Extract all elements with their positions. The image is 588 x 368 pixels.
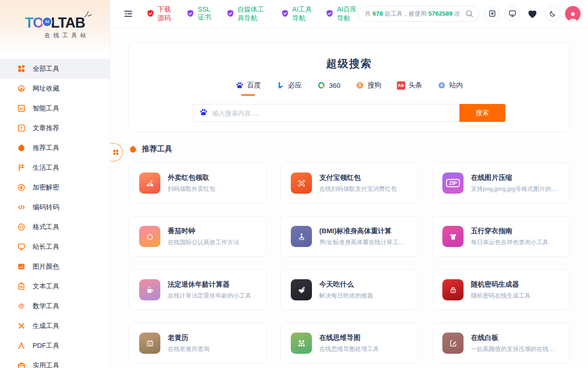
recommend-edge-tab[interactable]: [110, 143, 123, 161]
logo[interactable]: TO AI LTAB 在线工具站: [0, 0, 110, 54]
stats-pill[interactable]: 共 678 款工具，被使用 5762589 次: [358, 6, 480, 22]
sidebar-item[interactable]: 文本工具: [0, 276, 110, 296]
sidebar-item[interactable]: T 文章推荐: [0, 118, 110, 138]
shield-check-icon: [325, 9, 334, 18]
top-nav-link[interactable]: SSL证书: [186, 6, 213, 22]
sidebar: TO AI LTAB 在线工具站 全部工具 e 网址收藏 AI 智能工具 T 文…: [0, 0, 110, 368]
user-avatar[interactable]: [565, 6, 581, 22]
search-icon: [465, 9, 474, 18]
tool-card[interactable]: 在线思维导图 在线思维导图处理工具: [280, 323, 418, 363]
bowl-icon: [291, 279, 312, 300]
top-nav-link[interactable]: 下载源码: [146, 5, 174, 23]
svg-text:@: @: [18, 302, 24, 309]
search-row: 搜索: [193, 104, 505, 122]
coffee-cup-icon: [139, 279, 160, 300]
format-circle-icon: [17, 223, 26, 232]
globe-icon: [437, 81, 446, 90]
engine-tabs: 百度 必应 360 S 搜狗 头条 头条 站内: [129, 81, 569, 92]
sidebar-item[interactable]: PDF工具: [0, 336, 110, 356]
sidebar-item[interactable]: 实用工具: [0, 356, 110, 368]
whiteboard-icon: [442, 333, 464, 354]
top-nav-link[interactable]: AI工具导航: [281, 5, 313, 23]
shield-check-icon: [186, 9, 195, 18]
360-icon: [317, 81, 326, 90]
dark-mode-button[interactable]: [545, 6, 560, 22]
article-icon: T: [17, 124, 26, 133]
engine-tab[interactable]: 头条 头条: [396, 81, 422, 92]
main-area: 下载源码 SSL证书 自媒体工具导航 AI工具导航 AI百库导航 共 678 款…: [110, 0, 588, 368]
tool-card[interactable]: 支付宝领红包 在线扫码领取支付宝消费红包: [280, 163, 418, 203]
scan-icon: [291, 172, 312, 194]
tool-card[interactable]: 在线白板 一款高颜值的支持压感的在线白板小...: [432, 323, 570, 363]
code-icon: [17, 203, 26, 212]
sidebar-item[interactable]: 格式工具: [0, 217, 110, 237]
recommend-section-title: 推荐工具: [142, 144, 172, 154]
tomato-icon: [139, 226, 160, 247]
sidebar-item[interactable]: 生成工具: [0, 316, 110, 336]
sidebar-item[interactable]: 站长工具: [0, 237, 110, 257]
top-nav: 下载源码 SSL证书 自媒体工具导航 AI工具导航 AI百库导航: [146, 5, 358, 23]
engine-tab[interactable]: 360: [317, 81, 340, 92]
tshirt-icon: [442, 226, 464, 247]
search-button[interactable]: 搜索: [459, 104, 505, 122]
sidebar-item[interactable]: 编码转码: [0, 197, 110, 217]
engine-tab[interactable]: 百度: [235, 81, 261, 92]
tool-card[interactable]: 番茄时钟 在线国际公认高效工作方法: [129, 216, 266, 257]
sparkle-icon: [83, 11, 92, 19]
top-nav-link[interactable]: 自媒体工具导航: [226, 5, 268, 23]
sidebar-item[interactable]: AI 智能工具: [0, 98, 110, 118]
tool-card[interactable]: (BMI)标准身高体重计算 男/女标准身高体重在线计算工具，...: [280, 216, 418, 257]
ai-square-icon: AI: [17, 104, 26, 113]
sogou-icon: S: [356, 81, 364, 90]
search-input[interactable]: [212, 109, 454, 117]
sidebar-item[interactable]: 生活工具: [0, 158, 110, 178]
engine-tab[interactable]: S 搜狗: [356, 81, 381, 92]
sidebar-item[interactable]: 全部工具: [0, 59, 110, 79]
sidebar-item[interactable]: 推荐工具: [0, 138, 110, 158]
topbar: 下载源码 SSL证书 自媒体工具导航 AI工具导航 AI百库导航 共 678 款…: [110, 0, 588, 28]
svg-text:AI: AI: [19, 107, 23, 111]
menu-fold-button[interactable]: [121, 7, 135, 21]
zip-icon: ZIP: [442, 172, 464, 194]
tool-card[interactable]: ZIP 在线图片压缩 支持png,jpng,jpg等格式图片的压缩: [432, 163, 570, 203]
logo-subtitle: 在线工具站: [21, 32, 90, 40]
plus-square-icon: [488, 9, 497, 18]
stats-usage-count: 5762589: [428, 10, 452, 17]
shield-check-icon: [146, 9, 155, 18]
svg-text:S: S: [358, 83, 362, 88]
tool-card[interactable]: 今天吃什么 解决每日吃啥的难题: [280, 270, 418, 310]
browser-icon: e: [17, 84, 26, 93]
content: 超级搜索 百度 必应 360 S 搜狗 头条 头条 站内: [110, 28, 588, 368]
add-tool-button[interactable]: [484, 6, 500, 22]
sidebar-item[interactable]: e 网址收藏: [0, 79, 110, 98]
bing-icon: [276, 81, 285, 90]
recommend-section-head: 推荐工具: [129, 144, 570, 154]
tool-card[interactable]: 随机密码生成器 随机密码在线生成工具: [432, 270, 570, 310]
tool-card[interactable]: 外卖红包领取 扫码领取外卖红包: [129, 163, 266, 203]
logo-text-suffix: LTAB: [51, 15, 85, 31]
grid-icon: [17, 64, 26, 74]
flame-icon: [17, 144, 26, 153]
super-search-title: 超级搜索: [129, 57, 569, 71]
engine-tab[interactable]: 站内: [437, 81, 463, 92]
favorites-button[interactable]: [525, 6, 540, 22]
logo-ai-badge: AI: [42, 17, 52, 27]
tool-card[interactable]: 五行穿衣指南 每日幸运色吉祥色查询小工具: [432, 216, 570, 257]
logo-text-prefix: TO: [25, 15, 44, 31]
sidebar-item[interactable]: @ 数学工具: [0, 296, 110, 316]
desktop-mode-button[interactable]: [504, 6, 520, 22]
tool-card[interactable]: 老黄历 在线老黄历查询: [129, 323, 266, 363]
moon-icon: [548, 10, 557, 18]
app: TO AI LTAB 在线工具站 全部工具 e 网址收藏 AI 智能工具 T 文…: [0, 0, 588, 368]
briefcase-icon: [17, 361, 26, 368]
tool-card[interactable]: 法定退休年龄计算器 在线计算法定退休年龄的小工具: [129, 270, 266, 310]
top-nav-link[interactable]: AI百库导航: [325, 5, 357, 23]
stats-prefix: 共: [365, 10, 371, 18]
engine-tab[interactable]: 必应: [276, 81, 302, 92]
sidebar-item[interactable]: 图片颜色: [0, 257, 110, 276]
heart-icon: [526, 8, 538, 20]
sidebar-item[interactable]: 加密解密: [0, 178, 110, 197]
menu-fold-icon: [123, 9, 133, 19]
scooter-icon: [139, 172, 160, 194]
tools-icon: [17, 322, 26, 331]
